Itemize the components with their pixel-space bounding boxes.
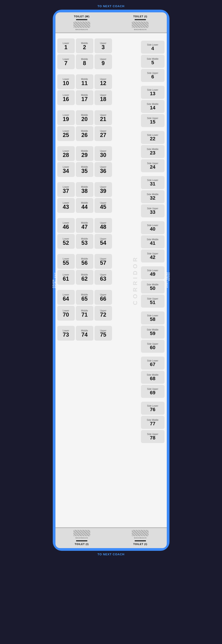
washbasin-graphic-right xyxy=(132,22,148,28)
berth-55[interactable]: Lower55 xyxy=(57,254,75,269)
side-berth-40[interactable]: Side Lower40 xyxy=(141,221,164,234)
side-berth-31[interactable]: Side Lower31 xyxy=(141,176,164,189)
berth-16[interactable]: Lower16 xyxy=(57,90,75,105)
berth-21[interactable]: Upper21 xyxy=(94,110,112,125)
berth-19[interactable]: Lower19 xyxy=(57,110,75,125)
berth-70[interactable]: Lower70 xyxy=(57,306,75,321)
door-bar-left xyxy=(76,19,87,20)
berth-group-7: Lower55 Middle56 Upper57 Lower61 Middle6… xyxy=(57,254,131,285)
side-berths-column: Side Lower4 Side Middle5 Side Upper6 Sid… xyxy=(139,33,165,527)
berth-74[interactable]: Middle74 xyxy=(76,326,94,341)
toilet-i2-label: TOILET (I) xyxy=(133,543,147,546)
side-berth-60[interactable]: Side Upper60 xyxy=(141,340,164,353)
berth-10[interactable]: Lower10 xyxy=(57,74,75,89)
berth-47[interactable]: Middle47 xyxy=(76,218,94,233)
toilet-i-top-label: TOILET (I) xyxy=(133,15,147,18)
berth-group-9: Lower73 Middle74 Upper75 xyxy=(57,326,131,341)
berth-row-7-9: Lower7 Middle8 Upper9 xyxy=(57,54,131,69)
side-berth-6[interactable]: Side Upper6 xyxy=(141,69,164,82)
washbasin-graphic-left xyxy=(74,22,90,28)
berth-36[interactable]: Upper36 xyxy=(94,162,112,177)
side-berth-49[interactable]: Side Lower49 xyxy=(141,266,164,279)
side-berth-50[interactable]: Side Middle50 xyxy=(141,280,164,294)
berth-38[interactable]: Middle38 xyxy=(76,182,94,197)
berth-73[interactable]: Lower73 xyxy=(57,326,75,341)
bottom-next-coach-label: TO NEXT COACH xyxy=(98,552,124,556)
berth-18[interactable]: Upper18 xyxy=(94,90,112,105)
berth-8[interactable]: Middle8 xyxy=(76,54,94,69)
side-berth-51[interactable]: Side Upper51 xyxy=(141,294,164,308)
berth-71[interactable]: Middle71 xyxy=(76,306,94,321)
berth-48[interactable]: Upper48 xyxy=(94,218,112,233)
berth-3[interactable]: Upper3 xyxy=(94,38,112,53)
berth-56[interactable]: Middle56 xyxy=(76,254,94,269)
side-berth-67[interactable]: Side Lower67 xyxy=(141,356,164,370)
berth-29[interactable]: Middle29 xyxy=(76,146,94,161)
berth-30[interactable]: Upper30 xyxy=(94,146,112,161)
door-bar-bl xyxy=(76,540,87,542)
berth-35[interactable]: Middle35 xyxy=(76,162,94,177)
side-berth-4[interactable]: Side Lower4 xyxy=(141,41,164,54)
side-berth-68[interactable]: Side Middle68 xyxy=(141,371,164,384)
door-bar-right xyxy=(135,19,146,20)
berth-1[interactable]: Lower1 xyxy=(57,38,75,53)
side-berth-23[interactable]: Side Middle23 xyxy=(141,145,164,158)
berth-group-4: Lower28 Middle29 Upper30 Lower34 Middle3… xyxy=(57,146,131,177)
side-berth-59[interactable]: Side Middle59 xyxy=(141,326,164,338)
side-berth-69[interactable]: Side Upper69 xyxy=(141,385,164,398)
toilet-i-bottom-label: TOILET (I) xyxy=(75,543,89,546)
toilet-w-label: TOILET (W) xyxy=(74,15,90,18)
berth-52[interactable]: Lower52 xyxy=(57,234,75,249)
berth-65[interactable]: Middle65 xyxy=(76,290,94,305)
washbasin-graphic-bl xyxy=(74,530,90,536)
berth-17[interactable]: Middle17 xyxy=(76,90,94,105)
corridor-text: CORRIDOR xyxy=(132,255,139,305)
berth-27[interactable]: Upper27 xyxy=(94,126,112,141)
side-berth-41[interactable]: Side Middle41 xyxy=(141,235,164,248)
washbasin-label-bl: WASHBASIN xyxy=(76,537,88,539)
side-berth-76[interactable]: Side Lower76 xyxy=(141,402,164,415)
side-berth-22[interactable]: Side Lower22 xyxy=(141,131,164,144)
berth-39[interactable]: Upper39 xyxy=(94,182,112,197)
washbasin-graphic-br xyxy=(132,530,148,536)
berth-11[interactable]: Middle11 xyxy=(76,74,94,89)
side-berth-32[interactable]: Side Middle32 xyxy=(141,190,164,203)
berth-44[interactable]: Middle44 xyxy=(76,198,94,213)
side-berth-24[interactable]: Side Upper24 xyxy=(141,159,164,172)
berth-62[interactable]: Middle62 xyxy=(76,270,94,285)
berth-75[interactable]: Upper75 xyxy=(94,326,112,341)
berth-34[interactable]: Lower34 xyxy=(57,162,75,177)
berth-12[interactable]: Upper12 xyxy=(94,74,112,89)
berth-57[interactable]: Upper57 xyxy=(94,254,112,269)
side-berth-58[interactable]: Side Lower58 xyxy=(141,312,164,324)
side-berth-5[interactable]: Side Middle5 xyxy=(141,55,164,68)
side-berth-78[interactable]: Side Upper78 xyxy=(141,430,164,443)
berth-group-5: Lower37 Middle38 Upper39 Lower43 Middle4… xyxy=(57,182,131,213)
berth-25[interactable]: Lower25 xyxy=(57,126,75,141)
berth-9[interactable]: Upper9 xyxy=(94,54,112,69)
side-berth-15[interactable]: Side Upper15 xyxy=(141,114,164,127)
berth-66[interactable]: Upper66 xyxy=(94,290,112,305)
side-berth-13[interactable]: Side Lower13 xyxy=(141,86,164,99)
berth-61[interactable]: Lower61 xyxy=(57,270,75,285)
side-berth-42[interactable]: Side Upper42 xyxy=(141,250,164,262)
berth-28[interactable]: Lower28 xyxy=(57,146,75,161)
berth-45[interactable]: Upper45 xyxy=(94,198,112,213)
berth-54[interactable]: Upper54 xyxy=(94,234,112,249)
berth-20[interactable]: Middle20 xyxy=(76,110,94,125)
berth-37[interactable]: Lower37 xyxy=(57,182,75,197)
berth-26[interactable]: Middle26 xyxy=(76,126,94,141)
berth-46[interactable]: Lower46 xyxy=(57,218,75,233)
berth-53[interactable]: Middle53 xyxy=(76,234,94,249)
side-berth-77[interactable]: Side Middle77 xyxy=(141,416,164,429)
side-berth-14[interactable]: Side Middle14 xyxy=(141,100,164,113)
berth-63[interactable]: Upper63 xyxy=(94,270,112,285)
washbasin-label-left: WASHBASIN xyxy=(76,28,88,30)
berth-2[interactable]: Middle2 xyxy=(76,38,94,53)
berth-64[interactable]: Lower64 xyxy=(57,290,75,305)
berth-7[interactable]: Lower7 xyxy=(57,54,75,69)
side-berth-33[interactable]: Side Upper33 xyxy=(141,204,164,217)
door-bar-br xyxy=(135,540,146,542)
berth-72[interactable]: Upper72 xyxy=(94,306,112,321)
berth-43[interactable]: Lower43 xyxy=(57,198,75,213)
